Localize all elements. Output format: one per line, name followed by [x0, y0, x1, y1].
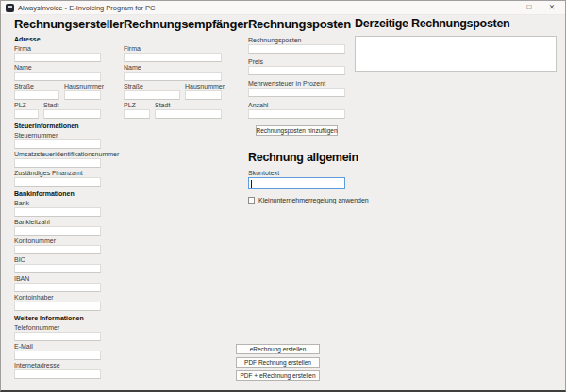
- creator-firma-label: Firma: [14, 45, 101, 53]
- skontotext-label: Skontotext: [248, 170, 345, 177]
- items-anzahl-label: Anzahl: [248, 102, 345, 109]
- section-rechnungsposten: Rechnungsposten Rechnungsposten Preis Me…: [248, 17, 345, 204]
- creator-firma-field: Firma: [14, 45, 101, 62]
- creator-telefon-input[interactable]: [14, 332, 101, 341]
- weitere-informationen-section-label: Weitere Informationen: [14, 315, 101, 322]
- creator-kontoinhaber-field: Kontoinhaber: [14, 294, 101, 311]
- action-buttons: eRechnung erstellen PDF Rechnung erstell…: [236, 344, 320, 381]
- recipient-strasse-input[interactable]: [124, 90, 180, 100]
- recipient-stadt-field: Stadt: [155, 102, 222, 119]
- maximize-button[interactable]: □: [518, 2, 541, 14]
- creator-bic-input[interactable]: [14, 264, 101, 273]
- rechnung-allgemein-heading: Rechnung allgemein: [248, 151, 345, 165]
- creator-bankleitzahl-input[interactable]: [14, 226, 101, 236]
- creator-telefon-label: Telefonnummer: [14, 324, 101, 332]
- items-posten-input[interactable]: [248, 44, 345, 54]
- recipient-stadt-label: Stadt: [155, 102, 222, 109]
- adresse-section-label: Adresse: [14, 36, 101, 43]
- recipient-hausnummer-input[interactable]: [185, 90, 222, 100]
- creator-stadt-label: Stadt: [43, 102, 101, 109]
- window-title: AlwaysInvoice - E-Invoicing Program for …: [18, 4, 495, 12]
- creator-bankleitzahl-field: Bankleitzahl: [14, 219, 101, 236]
- items-anzahl-input[interactable]: [248, 109, 345, 119]
- rechnungsposten-heading: Rechnungsposten: [248, 17, 345, 32]
- items-preis-input[interactable]: [248, 66, 345, 75]
- section-rechnungsersteller: Rechnungsersteller Adresse Firma Name St…: [14, 17, 101, 379]
- creator-internet-label: Internetadresse: [14, 362, 101, 369]
- items-preis-field: Preis: [248, 58, 345, 75]
- creator-strasse-input[interactable]: [14, 90, 59, 100]
- creator-firma-input[interactable]: [14, 53, 101, 62]
- kleinunternehmer-checkbox[interactable]: [248, 197, 255, 204]
- bankinformationen-section-label: Bankinformationen: [14, 190, 101, 198]
- creator-steuernummer-input[interactable]: [14, 139, 101, 149]
- items-mwst-label: Mehrwertsteuer in Prozent: [248, 80, 345, 88]
- creator-hausnummer-label: Hausnummer: [64, 83, 101, 90]
- kleinunternehmer-checkbox-row[interactable]: Kleinunternehmerregelung anwenden: [248, 197, 345, 204]
- creator-iban-input[interactable]: [14, 283, 101, 292]
- creator-email-input[interactable]: [14, 351, 101, 360]
- creator-plz-field: PLZ: [14, 102, 39, 119]
- creator-kontoinhaber-input[interactable]: [14, 302, 101, 311]
- recipient-plz-label: PLZ: [124, 102, 150, 109]
- items-posten-field: Rechnungsposten: [248, 37, 345, 54]
- creator-ustid-input[interactable]: [14, 158, 101, 168]
- creator-kontonummer-input[interactable]: [14, 245, 101, 254]
- recipient-stadt-input[interactable]: [155, 109, 222, 119]
- recipient-name-label: Name: [124, 64, 222, 72]
- creator-finanzamt-label: Zuständiges Finanzamt: [14, 170, 101, 177]
- recipient-firma-field: Firma: [124, 45, 222, 62]
- app-icon: [6, 4, 14, 12]
- create-pdf-button[interactable]: PDF Rechnung erstellen: [236, 357, 320, 368]
- items-posten-label: Rechnungsposten: [248, 37, 345, 44]
- creator-ustid-field: Umsatzsteueridentifikationsnummer: [14, 151, 101, 168]
- window-controls: – □ ✕: [495, 2, 563, 14]
- creator-finanzamt-field: Zuständiges Finanzamt: [14, 170, 101, 187]
- creator-ustid-label: Umsatzsteueridentifikationsnummer: [14, 151, 101, 158]
- creator-steuernummer-label: Steuernummer: [14, 132, 101, 139]
- creator-bankleitzahl-label: Bankleitzahl: [14, 219, 101, 226]
- creator-kontonummer-label: Kontonummer: [14, 237, 101, 245]
- skontotext-field: Skontotext: [248, 170, 345, 189]
- current-items-listbox[interactable]: [355, 36, 557, 72]
- close-button[interactable]: ✕: [541, 2, 563, 14]
- creator-strasse-label: Straße: [14, 83, 59, 90]
- rechnungsempfaenger-heading: Rechnungsempfänger: [124, 17, 222, 32]
- recipient-strasse-label: Straße: [124, 83, 180, 90]
- creator-iban-field: IBAN: [14, 275, 101, 292]
- recipient-strasse-field: Straße: [124, 83, 180, 100]
- create-erechnung-button[interactable]: eRechnung erstellen: [236, 344, 320, 354]
- creator-hausnummer-input[interactable]: [64, 90, 101, 100]
- creator-strasse-field: Straße: [14, 83, 59, 100]
- creator-finanzamt-input[interactable]: [14, 177, 101, 187]
- creator-kontonummer-field: Kontonummer: [14, 237, 101, 254]
- creator-bic-field: BIC: [14, 256, 101, 273]
- creator-name-field: Name: [14, 64, 101, 81]
- create-pdf-erechnung-button[interactable]: PDF + eRechnung erstellen: [236, 370, 320, 381]
- recipient-plz-field: PLZ: [124, 102, 150, 119]
- recipient-firma-input[interactable]: [124, 53, 222, 62]
- creator-bank-input[interactable]: [14, 207, 101, 217]
- recipient-name-input[interactable]: [124, 72, 222, 81]
- recipient-hausnummer-label: Hausnummer: [185, 83, 222, 90]
- text-caret: [251, 180, 252, 188]
- creator-stadt-field: Stadt: [43, 102, 101, 119]
- minimize-button[interactable]: –: [495, 2, 518, 14]
- creator-stadt-input[interactable]: [43, 109, 101, 119]
- creator-internet-input[interactable]: [14, 369, 101, 379]
- creator-hausnummer-field: Hausnummer: [64, 83, 101, 100]
- creator-name-input[interactable]: [14, 72, 101, 81]
- creator-internet-field: Internetadresse: [14, 362, 101, 379]
- skontotext-input[interactable]: [248, 177, 345, 189]
- creator-email-label: E-Mail: [14, 343, 101, 351]
- items-preis-label: Preis: [248, 58, 345, 66]
- titlebar: AlwaysInvoice - E-Invoicing Program for …: [1, 1, 565, 15]
- items-anzahl-field: Anzahl: [248, 102, 345, 119]
- creator-bank-field: Bank: [14, 200, 101, 217]
- add-item-button[interactable]: Rechnungsposten hinzufügen: [256, 125, 338, 136]
- section-rechnungsempfaenger: Rechnungsempfänger Firma Name Straße Hau…: [124, 17, 222, 119]
- items-mwst-input[interactable]: [248, 88, 345, 97]
- creator-plz-input[interactable]: [14, 109, 39, 119]
- recipient-plz-input[interactable]: [124, 109, 150, 119]
- creator-plz-label: PLZ: [14, 102, 39, 109]
